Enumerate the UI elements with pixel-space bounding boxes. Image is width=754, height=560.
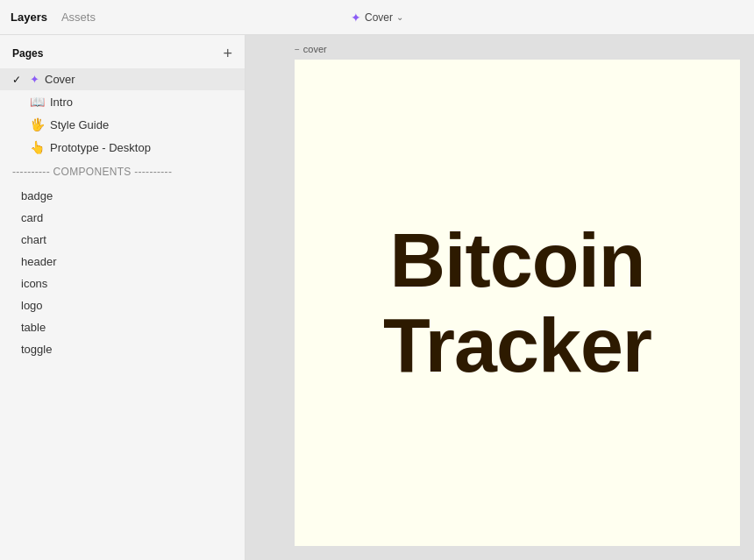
pages-header: Pages +: [0, 35, 245, 68]
chevron-down-icon: ⌄: [396, 12, 403, 22]
active-check-icon: ✓: [12, 74, 25, 86]
bitcoin-tracker-title: Bitcoin Tracker: [383, 218, 651, 388]
title-line-2: Tracker: [383, 301, 651, 388]
add-page-button[interactable]: +: [223, 46, 232, 61]
sidebar: Pages + ✓ ✦ Cover 📖 Intro 🖐 Style Guide: [0, 35, 245, 560]
page-name-cover: Cover: [45, 73, 75, 86]
page-item-style-guide[interactable]: 🖐 Style Guide: [0, 113, 245, 136]
component-item-toggle[interactable]: toggle: [0, 338, 245, 360]
frame-name: cover: [303, 44, 327, 54]
assets-tab[interactable]: Assets: [61, 11, 96, 24]
page-name-style-guide: Style Guide: [50, 118, 109, 131]
main-layout: Pages + ✓ ✦ Cover 📖 Intro 🖐 Style Guide: [0, 35, 754, 560]
page-item-cover[interactable]: ✓ ✦ Cover: [0, 68, 245, 90]
component-item-badge[interactable]: badge: [0, 185, 245, 207]
page-name-prototype: Prototype - Desktop: [50, 141, 151, 154]
tab-group: Layers Assets: [11, 11, 96, 24]
current-page-indicator[interactable]: ✦ Cover ⌄: [351, 11, 403, 25]
page-name-intro: Intro: [50, 96, 73, 109]
title-line-1: Bitcoin: [389, 216, 644, 303]
page-emoji-intro: 📖: [30, 95, 45, 109]
top-bar: Layers Assets ✦ Cover ⌄: [0, 0, 754, 35]
component-item-chart[interactable]: chart: [0, 229, 245, 251]
page-emoji-prototype: 👆: [30, 140, 45, 154]
page-list: ✓ ✦ Cover 📖 Intro 🖐 Style Guide 👆 Protot…: [0, 68, 245, 371]
page-item-prototype[interactable]: 👆 Prototype - Desktop: [0, 136, 245, 159]
canvas-area: − cover Bitcoin Tracker: [245, 35, 754, 560]
page-sparkle-icon: ✦: [30, 73, 39, 86]
sparkle-icon: ✦: [351, 11, 361, 25]
current-page-label: Cover: [365, 11, 393, 24]
component-item-logo[interactable]: logo: [0, 294, 245, 316]
layers-tab[interactable]: Layers: [11, 11, 47, 24]
frame-label: − cover: [295, 44, 327, 54]
component-item-table[interactable]: table: [0, 316, 245, 338]
design-frame: Bitcoin Tracker: [295, 60, 740, 546]
component-item-header[interactable]: header: [0, 251, 245, 273]
page-item-intro[interactable]: 📖 Intro: [0, 90, 245, 113]
component-item-icons[interactable]: icons: [0, 273, 245, 294]
page-emoji-style-guide: 🖐: [30, 117, 45, 131]
components-divider: ---------- COMPONENTS ----------: [0, 159, 245, 185]
pages-title: Pages: [12, 47, 43, 60]
frame-collapse-icon[interactable]: −: [295, 45, 300, 54]
component-item-card[interactable]: card: [0, 207, 245, 229]
